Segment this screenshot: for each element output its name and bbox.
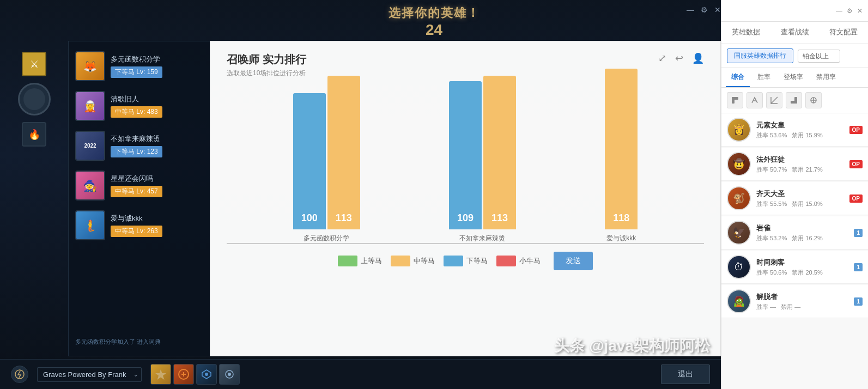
player-item-4[interactable]: 🧙 星星还会闪吗 中等马 Lv: 457 <box>69 166 210 205</box>
status-text: 多元函数积分学加入了 进入词典 <box>69 333 210 350</box>
send-button[interactable]: 发送 <box>554 252 593 270</box>
hero-thumb-6: 🧟 <box>727 289 751 313</box>
hero-stats-3: 齐天大圣 胜率 55.5% 禁用 15.0% <box>756 189 844 208</box>
hero-item-3[interactable]: 🐒 齐天大圣 胜率 55.5% 禁用 15.0% OP <box>721 182 868 215</box>
hero-badge-2: OP <box>849 160 863 168</box>
player-avatar-3: 2022 <box>75 131 105 161</box>
right-main-tabs: 英雄数据 查看战绩 符文配置 <box>721 22 868 44</box>
hero-item-5[interactable]: ⏱ 时间刺客 胜率 50.6% 禁用 20.5% 1 <box>721 251 868 284</box>
player-item-1[interactable]: 🦊 多元函数积分学 下等马 Lv: 159 <box>69 47 210 86</box>
hero-badge-6: 1 <box>854 297 863 306</box>
hero-stats-6: 解脱者 胜率 — 禁用 — <box>756 292 848 311</box>
hero-item-1[interactable]: 👸 元素女皇 胜率 53.6% 禁用 15.9% OP <box>721 113 868 147</box>
legend-label-1: 上等马 <box>361 256 382 266</box>
graves-chevron-icon: ⌄ <box>133 372 138 378</box>
left-side-icons: ⚔ 🔥 <box>0 41 68 147</box>
right-settings-button[interactable]: ⚙ <box>847 7 853 15</box>
hero-rate-2: 胜率 50.7% 禁用 21.7% <box>756 166 844 174</box>
svg-rect-6 <box>732 97 738 100</box>
hero-rate-5: 胜率 50.6% 禁用 20.5% <box>756 269 848 277</box>
chart-title-group: 召唤师 实力排行 选取最近10场排位进行分析 <box>227 52 306 78</box>
player-name-1: 多元函数积分学 <box>111 54 162 64</box>
filter-active-button[interactable]: 国服英雄数据排行 <box>727 48 793 63</box>
bottom-bar: Graves Powered By Frank ⌄ <box>0 359 721 389</box>
skill-icon-4[interactable] <box>219 364 240 385</box>
player-info-2: 清歌旧人 中等马 Lv: 483 <box>111 94 162 118</box>
player-name-5: 爱与诚kkk <box>111 214 162 223</box>
left-icon-circle[interactable] <box>18 83 51 116</box>
sub-tab-banrate[interactable]: 禁用率 <box>811 68 841 87</box>
hero-name-4: 岩雀 <box>756 223 848 233</box>
bottom-icon-flash[interactable] <box>11 366 28 383</box>
tab-hero-data[interactable]: 英雄数据 <box>721 22 770 44</box>
bar-group-3: 118 爱与诚kkk <box>605 69 638 243</box>
role-btn-support[interactable] <box>805 92 822 108</box>
skill-icon-3[interactable] <box>196 364 217 385</box>
sub-tab-overall[interactable]: 综合 <box>726 68 750 87</box>
player-avatar-2: 🧝 <box>75 91 105 121</box>
hero-badge-4: 1 <box>854 229 863 237</box>
tab-runes[interactable]: 符文配置 <box>819 22 868 44</box>
bar-2-orange: 113 <box>483 76 516 229</box>
right-top-bar: — ⚙ ✕ <box>721 0 868 22</box>
chart-icon-person[interactable]: 👤 <box>692 52 704 64</box>
skill-icon-2[interactable] <box>173 364 194 385</box>
tab-match-history[interactable]: 查看战绩 <box>770 22 820 44</box>
graves-label: Graves Powered By Frank <box>43 370 126 379</box>
player-item-3[interactable]: 2022 不如拿来麻辣烫 下等马 Lv: 123 <box>69 126 210 165</box>
graves-selector[interactable]: Graves Powered By Frank ⌄ <box>37 367 142 382</box>
legend-color-3 <box>444 256 463 266</box>
player-rank-3: 下等马 Lv: 123 <box>111 146 162 157</box>
hero-item-4[interactable]: 🦅 岩雀 胜率 53.2% 禁用 16.2% 1 <box>721 216 868 250</box>
role-btn-jungle[interactable] <box>746 92 763 108</box>
role-btn-top[interactable] <box>727 92 743 108</box>
legend-label-2: 中等马 <box>414 256 435 266</box>
role-btn-bot[interactable] <box>786 92 802 108</box>
filter-row: 国服英雄数据排行 铂金以上 <box>721 44 868 68</box>
bar-2-blue-label: 109 <box>449 212 482 224</box>
bar-pair-3: 118 <box>605 69 638 229</box>
svg-point-2 <box>205 373 208 376</box>
player-rank-5: 中等马 Lv: 263 <box>111 226 162 237</box>
bar-1-blue-label: 100 <box>293 212 326 224</box>
exit-button[interactable]: 退出 <box>661 364 710 384</box>
hero-item-2[interactable]: 🤠 法外狂徒 胜率 50.7% 禁用 21.7% OP <box>721 148 868 181</box>
close-button[interactable]: ✕ <box>714 5 721 14</box>
sub-tab-winrate[interactable]: 胜率 <box>752 68 776 87</box>
legend-color-4 <box>496 256 516 266</box>
minimize-button[interactable]: — <box>687 5 694 14</box>
hero-rate-4: 胜率 53.2% 禁用 16.2% <box>756 234 848 242</box>
hero-badge-5: 1 <box>854 263 863 271</box>
bar-2-orange-label: 113 <box>483 212 516 224</box>
role-btn-mid[interactable] <box>766 92 782 108</box>
skill-icon-1[interactable] <box>150 364 171 385</box>
svg-rect-8 <box>794 97 797 104</box>
chart-icon-refresh[interactable]: ↩ <box>675 52 683 64</box>
player-avatar-5: 🧜 <box>75 210 105 240</box>
chart-title: 召唤师 实力排行 <box>227 52 306 67</box>
right-close-button[interactable]: ✕ <box>857 7 863 15</box>
hero-thumb-1: 👸 <box>727 118 751 142</box>
hero-thumb-3: 🐒 <box>727 186 751 210</box>
bar-group-2-label: 不如拿来麻辣烫 <box>459 234 505 243</box>
player-item-5[interactable]: 🧜 爱与诚kkk 中等马 Lv: 263 <box>69 206 210 245</box>
sub-tab-pickrate[interactable]: 登场率 <box>778 68 809 87</box>
player-item-2[interactable]: 🧝 清歌旧人 中等马 Lv: 483 <box>69 87 210 125</box>
page-title: 选择你的英雄！ <box>389 5 480 21</box>
window-controls: — ⚙ ✕ <box>687 5 721 14</box>
hero-item-6[interactable]: 🧟 解脱者 胜率 — 禁用 — 1 <box>721 285 868 318</box>
bar-group-3-label: 爱与诚kkk <box>606 234 636 243</box>
right-minimize-button[interactable]: — <box>836 7 842 15</box>
chart-legend: 上等马 中等马 下等马 小牛马 发送 <box>227 252 704 270</box>
chart-icon-expand[interactable]: ⤢ <box>658 52 666 64</box>
left-icon-1[interactable]: ⚔ <box>22 52 46 76</box>
left-icon-2[interactable]: 🔥 <box>22 122 46 147</box>
player-name-3: 不如拿来麻辣烫 <box>111 134 162 144</box>
tier-filter-select[interactable]: 铂金以上 <box>798 50 840 63</box>
svg-point-4 <box>228 373 231 376</box>
settings-button[interactable]: ⚙ <box>701 5 708 14</box>
hero-name-3: 齐天大圣 <box>756 189 844 199</box>
bar-2-blue: 109 <box>449 81 482 229</box>
player-rank-4: 中等马 Lv: 457 <box>111 186 162 197</box>
page-subtitle: 24 <box>389 21 480 39</box>
